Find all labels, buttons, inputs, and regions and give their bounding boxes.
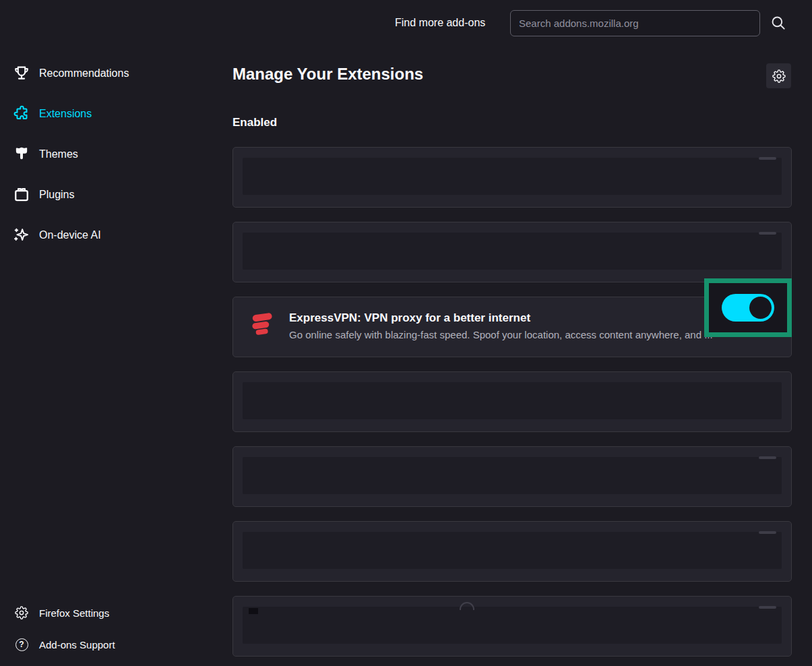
sidebar-item-label: Plugins xyxy=(39,189,74,201)
sidebar-item-recommendations[interactable]: Recommendations xyxy=(0,57,222,90)
redacted-content xyxy=(243,158,782,195)
sidebar-item-extensions[interactable]: Extensions xyxy=(0,98,222,130)
sidebar-item-plugins[interactable]: Plugins xyxy=(0,179,222,211)
sidebar-item-label: Recommendations xyxy=(39,67,129,80)
sidebar-item-addons-support[interactable]: ? Add-ons Support xyxy=(0,634,222,655)
sidebar-item-label: Firefox Settings xyxy=(39,607,109,619)
extension-card-placeholder[interactable] xyxy=(232,371,792,432)
redacted-content xyxy=(243,457,782,494)
find-more-addons-label: Find more add-ons xyxy=(395,17,485,29)
redacted-icon-arc xyxy=(460,602,474,610)
enabled-section-label: Enabled xyxy=(232,116,277,129)
help-icon: ? xyxy=(15,638,28,651)
redacted-icon-square xyxy=(249,608,258,614)
gear-icon xyxy=(15,606,28,619)
sidebar-item-label: Themes xyxy=(39,148,78,160)
highlight-annotation-box xyxy=(704,278,792,337)
sidebar-item-label: Extensions xyxy=(39,108,92,120)
toggle-placeholder-dash xyxy=(759,456,776,459)
puzzle-icon xyxy=(12,104,31,123)
extension-card-placeholder[interactable] xyxy=(232,147,792,208)
expressvpn-enable-toggle[interactable] xyxy=(722,294,774,322)
search-input[interactable] xyxy=(510,10,760,36)
sidebar-item-label: Add-ons Support xyxy=(39,639,115,650)
toggle-placeholder-dash xyxy=(759,232,776,235)
redacted-content xyxy=(243,233,782,270)
extension-name: ExpressVPN: VPN proxy for a better inter… xyxy=(289,311,530,325)
sidebar-item-on-device-ai[interactable]: On-device AI xyxy=(0,219,222,251)
toggle-placeholder-dash xyxy=(759,606,776,609)
extensions-tools-button[interactable] xyxy=(766,63,791,88)
redacted-content xyxy=(243,532,782,569)
extension-card-list: ExpressVPN: VPN proxy for a better inter… xyxy=(232,147,792,666)
gear-icon xyxy=(772,69,786,83)
extension-card-placeholder[interactable] xyxy=(232,222,792,282)
sidebar-item-themes[interactable]: Themes xyxy=(0,138,222,171)
sparkle-icon xyxy=(12,226,31,245)
plug-icon xyxy=(12,185,31,204)
paintbrush-icon xyxy=(12,145,31,164)
sidebar-item-firefox-settings[interactable]: Firefox Settings xyxy=(0,603,222,623)
toggle-placeholder-dash xyxy=(759,531,776,534)
redacted-content xyxy=(243,607,782,644)
toggle-placeholder-dash xyxy=(759,157,776,160)
redacted-content xyxy=(243,382,782,419)
search-icon[interactable] xyxy=(770,14,787,32)
extension-card-placeholder[interactable] xyxy=(232,596,792,657)
page-title: Manage Your Extensions xyxy=(232,65,423,84)
extension-card-placeholder[interactable] xyxy=(232,446,792,507)
trophy-icon xyxy=(12,64,31,83)
expressvpn-logo-icon xyxy=(248,308,279,339)
extension-card-placeholder[interactable] xyxy=(232,521,792,582)
toggle-knob xyxy=(749,297,772,319)
sidebar-item-label: On-device AI xyxy=(39,229,101,241)
